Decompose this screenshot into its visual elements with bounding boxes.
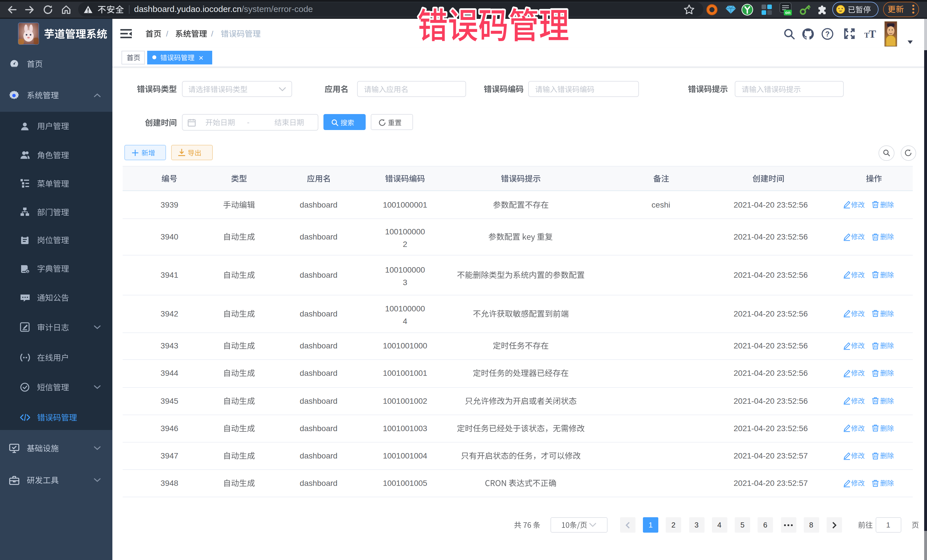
svg-text:?: ? <box>825 30 829 38</box>
svg-text:T: T <box>869 28 876 40</box>
svg-text:on: on <box>785 10 790 15</box>
svg-text:T: T <box>864 31 869 39</box>
